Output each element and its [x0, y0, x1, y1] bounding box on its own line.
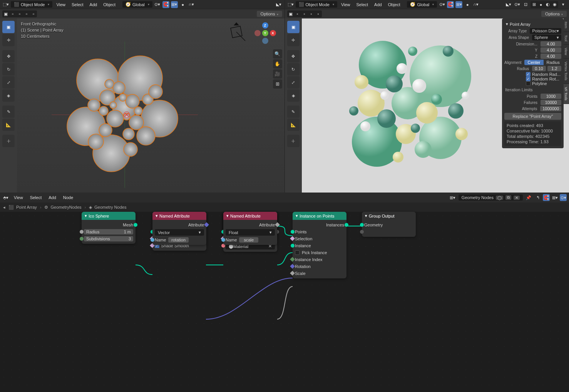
- orientation-dropdown[interactable]: 🧭 Global: [407, 1, 437, 8]
- align-center-button[interactable]: Center: [524, 60, 543, 65]
- editor-type-icon[interactable]: ⬘▾: [2, 194, 9, 201]
- subdiv-field[interactable]: Subdivisions3: [84, 236, 133, 241]
- menu-add[interactable]: Add: [87, 2, 100, 8]
- shading-render-icon[interactable]: ◉: [551, 1, 558, 8]
- unlink-icon[interactable]: ✕: [514, 196, 520, 200]
- tool-cursor[interactable]: ✛: [2, 34, 15, 46]
- mode-dropdown[interactable]: ⬛ Object Mode: [296, 1, 337, 8]
- pin-icon[interactable]: 📌: [525, 194, 532, 201]
- shading-options-icon[interactable]: ▾: [560, 1, 567, 8]
- snap-toggle-icon[interactable]: 🧲: [162, 1, 169, 8]
- attr-name-field[interactable]: rotation: [168, 237, 189, 243]
- shading-wire-icon[interactable]: ⊞: [531, 1, 537, 8]
- overlay-icon[interactable]: ⊙▾: [560, 194, 567, 201]
- gizmo-icon[interactable]: ◣▾: [275, 1, 282, 8]
- tool-select-box[interactable]: ▣: [287, 21, 300, 33]
- menu-object[interactable]: Object: [386, 2, 403, 8]
- proportional-icon[interactable]: ●: [179, 1, 186, 8]
- attr-name-field[interactable]: scale: [239, 237, 258, 243]
- tool-select-box[interactable]: ▣: [2, 21, 15, 33]
- menu-select[interactable]: Select: [28, 194, 44, 201]
- proportional-icon[interactable]: ●: [464, 1, 471, 8]
- nav-gizmo[interactable]: X Y Z: [254, 22, 276, 44]
- dim-z-field[interactable]: 4.00: [541, 54, 561, 59]
- options-dropdown[interactable]: Options: [541, 11, 567, 17]
- tool-annotate[interactable]: ✎: [2, 106, 15, 118]
- parent-nodegroup-icon[interactable]: ↰: [534, 194, 541, 201]
- select-mode-subtract-icon[interactable]: ▫: [301, 10, 308, 17]
- menu-view[interactable]: View: [12, 194, 25, 201]
- attr-type-dropdown[interactable]: Vector▾: [155, 229, 204, 236]
- tool-scale[interactable]: ⤢: [2, 76, 15, 89]
- shield-icon[interactable]: ◯: [496, 196, 503, 200]
- proportional-type-icon[interactable]: ∩▾: [188, 1, 195, 8]
- shading-solid-icon[interactable]: ●: [537, 1, 544, 8]
- attempts-field[interactable]: 1000000: [540, 106, 561, 111]
- tab-vertex-tools[interactable]: Vertex Tools: [564, 59, 569, 84]
- radius-max-field[interactable]: 1.2: [547, 66, 561, 71]
- select-mode-intersect-icon[interactable]: ▫: [30, 10, 37, 17]
- select-mode-box-icon[interactable]: ▣: [287, 10, 294, 17]
- pan-icon[interactable]: ✋: [273, 59, 282, 69]
- node-group-output[interactable]: ▾ Group Output Geometry: [362, 212, 416, 237]
- node-named-attribute-rotation[interactable]: ▾ Named Attribute Attribute Vector▾ Name…: [152, 212, 206, 245]
- align-radius-button[interactable]: Radius: [544, 60, 563, 65]
- node-ico-sphere[interactable]: ▾ Ico Sphere Mesh Radius1 m Subdivisions…: [82, 212, 136, 244]
- shading-matprev-icon[interactable]: ◐: [544, 1, 551, 8]
- pivot-icon[interactable]: ⊙▾: [438, 1, 445, 8]
- nodegroup-name-field[interactable]: Geometry Nodes ◯ ⧉ ✕: [459, 194, 523, 201]
- tool-rotate[interactable]: ↻: [2, 63, 15, 75]
- area-shape-dropdown[interactable]: Sphere▾: [532, 35, 561, 40]
- breadcrumb-nodegroup[interactable]: ◈ Geometry Nodes: [89, 205, 126, 210]
- menu-view[interactable]: View: [54, 2, 68, 8]
- tab-tool[interactable]: Tool: [564, 32, 569, 45]
- gizmo-icon[interactable]: ◣▾: [505, 1, 512, 8]
- tool-annotate[interactable]: ✎: [287, 106, 300, 118]
- tab-item[interactable]: Item: [564, 18, 569, 32]
- chevron-left-icon[interactable]: ◂: [3, 205, 5, 210]
- breadcrumb-object[interactable]: ⬛ Point Array: [8, 205, 37, 210]
- snap-toggle-icon[interactable]: 🧲: [447, 1, 454, 8]
- tool-measure[interactable]: 📐: [2, 119, 15, 131]
- proportional-type-icon[interactable]: ∩▾: [472, 1, 479, 8]
- tool-add-primitive[interactable]: 🞡: [287, 135, 300, 147]
- tool-cursor[interactable]: ✛: [287, 34, 300, 46]
- node-named-attribute-scale[interactable]: ▾ Named Attribute Attribute Float▾ Names…: [223, 212, 277, 245]
- menu-select[interactable]: Select: [354, 2, 371, 8]
- snap-toggle-icon[interactable]: 🧲: [543, 194, 550, 201]
- select-mode-invert-icon[interactable]: ▫: [23, 10, 30, 17]
- duplicate-icon[interactable]: ⧉: [505, 195, 511, 200]
- snap-type-icon[interactable]: ⊞▾: [455, 1, 462, 8]
- menu-select[interactable]: Select: [69, 2, 86, 8]
- tool-transform[interactable]: ◈: [287, 89, 300, 102]
- pick-instance-checkbox[interactable]: [295, 250, 300, 255]
- nodes-canvas[interactable]: ▾ Group Input Geometry ▾ Instance on Poi…: [0, 212, 569, 392]
- zoom-icon[interactable]: 🔍: [273, 49, 282, 59]
- dim-x-field[interactable]: 4.00: [541, 41, 561, 47]
- polyline-checkbox[interactable]: [526, 81, 531, 86]
- random-rotation-checkbox[interactable]: [526, 77, 531, 81]
- failures-field[interactable]: 10000: [541, 100, 561, 105]
- select-mode-extend-icon[interactable]: ▫: [294, 10, 301, 17]
- menu-object[interactable]: Object: [101, 2, 118, 8]
- select-mode-invert-icon[interactable]: ▫: [308, 10, 315, 17]
- options-dropdown[interactable]: Options: [257, 11, 282, 17]
- tool-transform[interactable]: ◈: [2, 89, 15, 102]
- tool-add-primitive[interactable]: 🞡: [2, 135, 15, 147]
- pivot-icon[interactable]: ⊙▾: [154, 1, 161, 8]
- array-type-dropdown[interactable]: Poisson Disc▾: [530, 28, 561, 34]
- panel-header[interactable]: ▾ Point Array: [504, 21, 561, 27]
- menu-add[interactable]: Add: [46, 194, 59, 201]
- mode-dropdown[interactable]: ⬛ Object Mode: [11, 1, 52, 8]
- replace-button[interactable]: Replace "Point Array": [504, 113, 561, 120]
- xray-icon[interactable]: ⊡: [522, 1, 529, 8]
- tool-measure[interactable]: 📐: [287, 119, 300, 131]
- orientation-dropdown[interactable]: 🧭 Global: [122, 1, 152, 8]
- tool-rotate[interactable]: ↻: [287, 63, 300, 75]
- snap-type-icon[interactable]: ⊞▾: [171, 1, 178, 8]
- tab-vf-tools[interactable]: VF Tools: [564, 84, 569, 104]
- tool-scale[interactable]: ⤢: [287, 76, 300, 89]
- select-mode-extend-icon[interactable]: ▫: [9, 10, 16, 17]
- select-mode-box-icon[interactable]: ▣: [2, 10, 9, 17]
- points-field[interactable]: 1000: [541, 94, 561, 99]
